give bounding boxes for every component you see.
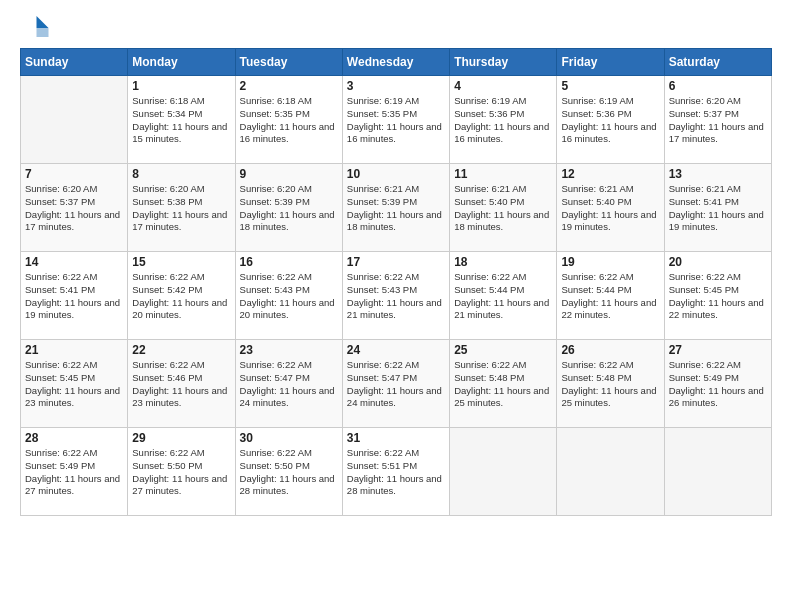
calendar-cell: 20Sunrise: 6:22 AMSunset: 5:45 PMDayligh… <box>664 252 771 340</box>
day-info: Sunrise: 6:22 AMSunset: 5:50 PMDaylight:… <box>240 447 338 498</box>
day-info: Sunrise: 6:20 AMSunset: 5:38 PMDaylight:… <box>132 183 230 234</box>
day-info: Sunrise: 6:21 AMSunset: 5:39 PMDaylight:… <box>347 183 445 234</box>
calendar-cell: 22Sunrise: 6:22 AMSunset: 5:46 PMDayligh… <box>128 340 235 428</box>
calendar-cell <box>664 428 771 516</box>
calendar-cell: 2Sunrise: 6:18 AMSunset: 5:35 PMDaylight… <box>235 76 342 164</box>
day-number: 9 <box>240 167 338 181</box>
day-number: 11 <box>454 167 552 181</box>
day-info: Sunrise: 6:22 AMSunset: 5:45 PMDaylight:… <box>669 271 767 322</box>
day-number: 5 <box>561 79 659 93</box>
calendar-cell: 28Sunrise: 6:22 AMSunset: 5:49 PMDayligh… <box>21 428 128 516</box>
day-number: 28 <box>25 431 123 445</box>
day-info: Sunrise: 6:22 AMSunset: 5:42 PMDaylight:… <box>132 271 230 322</box>
calendar-cell: 30Sunrise: 6:22 AMSunset: 5:50 PMDayligh… <box>235 428 342 516</box>
calendar-cell: 29Sunrise: 6:22 AMSunset: 5:50 PMDayligh… <box>128 428 235 516</box>
week-row-5: 28Sunrise: 6:22 AMSunset: 5:49 PMDayligh… <box>21 428 772 516</box>
calendar-cell: 4Sunrise: 6:19 AMSunset: 5:36 PMDaylight… <box>450 76 557 164</box>
week-row-4: 21Sunrise: 6:22 AMSunset: 5:45 PMDayligh… <box>21 340 772 428</box>
day-info: Sunrise: 6:22 AMSunset: 5:47 PMDaylight:… <box>240 359 338 410</box>
calendar-cell: 15Sunrise: 6:22 AMSunset: 5:42 PMDayligh… <box>128 252 235 340</box>
calendar-cell <box>557 428 664 516</box>
day-number: 14 <box>25 255 123 269</box>
day-number: 27 <box>669 343 767 357</box>
day-info: Sunrise: 6:18 AMSunset: 5:35 PMDaylight:… <box>240 95 338 146</box>
day-number: 25 <box>454 343 552 357</box>
week-row-2: 7Sunrise: 6:20 AMSunset: 5:37 PMDaylight… <box>21 164 772 252</box>
weekday-header-row: SundayMondayTuesdayWednesdayThursdayFrid… <box>21 49 772 76</box>
calendar-cell: 21Sunrise: 6:22 AMSunset: 5:45 PMDayligh… <box>21 340 128 428</box>
day-number: 2 <box>240 79 338 93</box>
day-info: Sunrise: 6:19 AMSunset: 5:36 PMDaylight:… <box>454 95 552 146</box>
calendar-cell: 3Sunrise: 6:19 AMSunset: 5:35 PMDaylight… <box>342 76 449 164</box>
day-number: 30 <box>240 431 338 445</box>
calendar-cell: 12Sunrise: 6:21 AMSunset: 5:40 PMDayligh… <box>557 164 664 252</box>
day-number: 4 <box>454 79 552 93</box>
day-number: 18 <box>454 255 552 269</box>
calendar-cell: 18Sunrise: 6:22 AMSunset: 5:44 PMDayligh… <box>450 252 557 340</box>
day-info: Sunrise: 6:22 AMSunset: 5:47 PMDaylight:… <box>347 359 445 410</box>
calendar-cell: 23Sunrise: 6:22 AMSunset: 5:47 PMDayligh… <box>235 340 342 428</box>
day-info: Sunrise: 6:22 AMSunset: 5:49 PMDaylight:… <box>25 447 123 498</box>
calendar-cell: 17Sunrise: 6:22 AMSunset: 5:43 PMDayligh… <box>342 252 449 340</box>
calendar-cell: 25Sunrise: 6:22 AMSunset: 5:48 PMDayligh… <box>450 340 557 428</box>
day-number: 6 <box>669 79 767 93</box>
calendar-cell: 9Sunrise: 6:20 AMSunset: 5:39 PMDaylight… <box>235 164 342 252</box>
day-number: 31 <box>347 431 445 445</box>
day-number: 7 <box>25 167 123 181</box>
logo-area <box>20 10 54 40</box>
calendar-cell: 19Sunrise: 6:22 AMSunset: 5:44 PMDayligh… <box>557 252 664 340</box>
day-number: 13 <box>669 167 767 181</box>
weekday-header-tuesday: Tuesday <box>235 49 342 76</box>
day-info: Sunrise: 6:22 AMSunset: 5:45 PMDaylight:… <box>25 359 123 410</box>
calendar-cell: 6Sunrise: 6:20 AMSunset: 5:37 PMDaylight… <box>664 76 771 164</box>
weekday-header-saturday: Saturday <box>664 49 771 76</box>
day-number: 20 <box>669 255 767 269</box>
day-number: 3 <box>347 79 445 93</box>
day-number: 29 <box>132 431 230 445</box>
calendar-cell <box>450 428 557 516</box>
calendar-cell: 27Sunrise: 6:22 AMSunset: 5:49 PMDayligh… <box>664 340 771 428</box>
day-info: Sunrise: 6:21 AMSunset: 5:40 PMDaylight:… <box>561 183 659 234</box>
week-row-3: 14Sunrise: 6:22 AMSunset: 5:41 PMDayligh… <box>21 252 772 340</box>
header <box>20 10 772 40</box>
day-number: 21 <box>25 343 123 357</box>
day-info: Sunrise: 6:21 AMSunset: 5:41 PMDaylight:… <box>669 183 767 234</box>
calendar-cell: 16Sunrise: 6:22 AMSunset: 5:43 PMDayligh… <box>235 252 342 340</box>
day-info: Sunrise: 6:22 AMSunset: 5:46 PMDaylight:… <box>132 359 230 410</box>
calendar-cell: 31Sunrise: 6:22 AMSunset: 5:51 PMDayligh… <box>342 428 449 516</box>
svg-marker-0 <box>37 16 49 28</box>
day-info: Sunrise: 6:22 AMSunset: 5:49 PMDaylight:… <box>669 359 767 410</box>
day-info: Sunrise: 6:22 AMSunset: 5:43 PMDaylight:… <box>240 271 338 322</box>
day-info: Sunrise: 6:22 AMSunset: 5:44 PMDaylight:… <box>454 271 552 322</box>
svg-marker-1 <box>37 28 49 37</box>
calendar-cell <box>21 76 128 164</box>
calendar-cell: 5Sunrise: 6:19 AMSunset: 5:36 PMDaylight… <box>557 76 664 164</box>
weekday-header-friday: Friday <box>557 49 664 76</box>
calendar-cell: 1Sunrise: 6:18 AMSunset: 5:34 PMDaylight… <box>128 76 235 164</box>
day-info: Sunrise: 6:22 AMSunset: 5:48 PMDaylight:… <box>454 359 552 410</box>
calendar-cell: 14Sunrise: 6:22 AMSunset: 5:41 PMDayligh… <box>21 252 128 340</box>
calendar-cell: 24Sunrise: 6:22 AMSunset: 5:47 PMDayligh… <box>342 340 449 428</box>
weekday-header-sunday: Sunday <box>21 49 128 76</box>
calendar-cell: 10Sunrise: 6:21 AMSunset: 5:39 PMDayligh… <box>342 164 449 252</box>
day-number: 19 <box>561 255 659 269</box>
day-number: 23 <box>240 343 338 357</box>
weekday-header-monday: Monday <box>128 49 235 76</box>
day-number: 17 <box>347 255 445 269</box>
calendar-cell: 7Sunrise: 6:20 AMSunset: 5:37 PMDaylight… <box>21 164 128 252</box>
day-info: Sunrise: 6:20 AMSunset: 5:37 PMDaylight:… <box>669 95 767 146</box>
day-info: Sunrise: 6:20 AMSunset: 5:37 PMDaylight:… <box>25 183 123 234</box>
calendar-cell: 8Sunrise: 6:20 AMSunset: 5:38 PMDaylight… <box>128 164 235 252</box>
calendar-cell: 11Sunrise: 6:21 AMSunset: 5:40 PMDayligh… <box>450 164 557 252</box>
logo-icon <box>20 10 50 40</box>
calendar-table: SundayMondayTuesdayWednesdayThursdayFrid… <box>20 48 772 516</box>
day-info: Sunrise: 6:22 AMSunset: 5:50 PMDaylight:… <box>132 447 230 498</box>
day-number: 22 <box>132 343 230 357</box>
week-row-1: 1Sunrise: 6:18 AMSunset: 5:34 PMDaylight… <box>21 76 772 164</box>
day-info: Sunrise: 6:22 AMSunset: 5:51 PMDaylight:… <box>347 447 445 498</box>
day-number: 1 <box>132 79 230 93</box>
day-info: Sunrise: 6:20 AMSunset: 5:39 PMDaylight:… <box>240 183 338 234</box>
day-number: 10 <box>347 167 445 181</box>
day-number: 24 <box>347 343 445 357</box>
day-number: 12 <box>561 167 659 181</box>
